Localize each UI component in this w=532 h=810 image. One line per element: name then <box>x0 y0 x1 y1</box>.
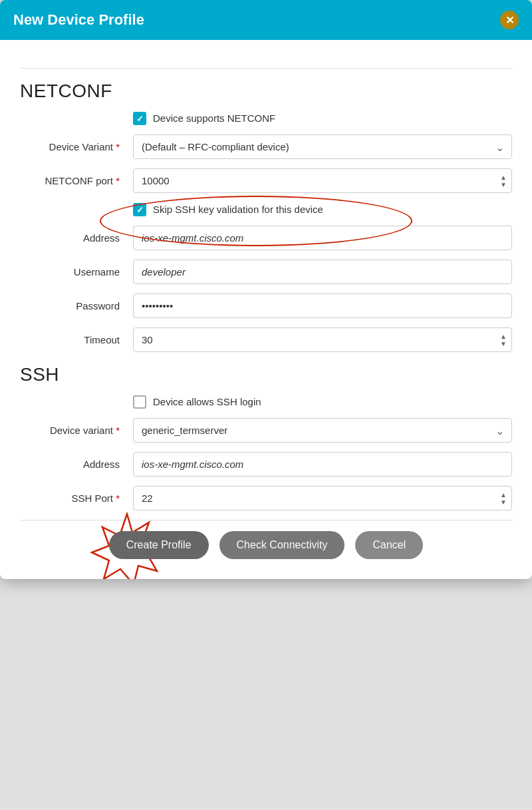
address-input[interactable] <box>133 226 512 250</box>
top-bar <box>20 40 512 69</box>
netconf-port-arrows: ▲ ▼ <box>500 174 507 188</box>
device-supports-netconf-checkbox[interactable]: ✓ <box>133 112 146 125</box>
check-connectivity-button[interactable]: Check Connectivity <box>219 531 345 559</box>
skip-ssh-text: Skip SSH key validation for this device <box>153 202 323 216</box>
skip-ssh-checkbox[interactable]: ✓ <box>133 203 146 216</box>
ssh-section-title: SSH <box>20 364 512 385</box>
netconf-section-title: NETCONF <box>20 81 512 102</box>
netconf-port-label: NETCONF port * <box>20 175 133 186</box>
timeout-row: Timeout ▲ ▼ <box>20 327 512 352</box>
ssh-device-variant-row: Device variant * generic_termserver ⌄ <box>20 418 512 443</box>
username-label: Username <box>20 266 133 278</box>
dialog-title: New Device Profile <box>13 11 144 29</box>
ssh-address-row: Address <box>20 452 512 477</box>
device-supports-netconf-label[interactable]: ✓ Device supports NETCONF <box>133 111 275 125</box>
cancel-button[interactable]: Cancel <box>355 531 423 559</box>
close-button[interactable]: ✕ <box>500 11 519 29</box>
device-allows-ssh-row: ✓ Device allows SSH login <box>20 395 512 409</box>
address-row: Address <box>20 226 512 250</box>
username-row: Username <box>20 260 512 284</box>
timeout-spinner-wrapper: ▲ ▼ <box>133 327 512 352</box>
device-allows-ssh-label[interactable]: ✓ Device allows SSH login <box>133 395 261 409</box>
ssh-port-label: SSH Port * <box>20 493 133 504</box>
netconf-port-spinner-wrapper: ▲ ▼ <box>133 168 512 193</box>
device-supports-netconf-text: Device supports NETCONF <box>153 111 275 125</box>
device-variant-row: Device Variant * (Default – RFC-complian… <box>20 134 512 159</box>
username-input[interactable] <box>133 260 512 284</box>
ssh-address-label: Address <box>20 459 133 470</box>
create-profile-starburst-wrap: Create Profile <box>109 531 209 559</box>
timeout-arrows: ▲ ▼ <box>500 333 507 347</box>
dialog-footer: Create Profile Check Connectivity Cancel <box>20 520 512 566</box>
timeout-label: Timeout <box>20 334 133 345</box>
device-allows-ssh-text: Device allows SSH login <box>153 395 261 409</box>
password-input[interactable] <box>133 294 512 318</box>
ssh-port-arrows: ▲ ▼ <box>500 491 507 505</box>
ssh-port-input[interactable] <box>133 486 512 510</box>
device-variant-label: Device Variant * <box>20 141 133 152</box>
ssh-address-input[interactable] <box>133 452 512 477</box>
ssh-port-spinner-down-icon[interactable]: ▼ <box>500 499 507 505</box>
netconf-port-row: NETCONF port * ▲ ▼ <box>20 168 512 193</box>
netconf-port-input[interactable] <box>133 168 512 193</box>
device-allows-ssh-checkbox[interactable]: ✓ <box>133 395 146 409</box>
create-profile-button[interactable]: Create Profile <box>109 531 209 559</box>
new-device-profile-dialog: New Device Profile ✕ NETCONF ✓ Device su… <box>0 0 532 579</box>
device-variant-select-wrapper: (Default – RFC-compliant device) ⌄ <box>133 134 512 159</box>
ssh-device-variant-select-wrapper: generic_termserver ⌄ <box>133 418 512 443</box>
ssh-device-variant-label: Device variant * <box>20 425 133 436</box>
ssh-port-spinner-up-icon[interactable]: ▲ <box>500 491 507 498</box>
dialog-body: NETCONF ✓ Device supports NETCONF Device… <box>0 40 532 579</box>
skip-ssh-label[interactable]: ✓ Skip SSH key validation for this devic… <box>133 202 323 216</box>
device-variant-select[interactable]: (Default – RFC-compliant device) <box>133 134 512 159</box>
ssh-port-spinner-wrapper: ▲ ▼ <box>133 486 512 510</box>
timeout-spinner-down-icon[interactable]: ▼ <box>500 340 507 347</box>
ssh-device-variant-select[interactable]: generic_termserver <box>133 418 512 443</box>
password-row: Password <box>20 294 512 318</box>
timeout-input[interactable] <box>133 327 512 352</box>
device-supports-netconf-row: ✓ Device supports NETCONF <box>20 111 512 125</box>
spinner-down-icon[interactable]: ▼ <box>500 181 507 188</box>
ssh-port-row: SSH Port * ▲ ▼ <box>20 486 512 510</box>
spinner-up-icon[interactable]: ▲ <box>500 174 507 180</box>
password-label: Password <box>20 300 133 311</box>
timeout-spinner-up-icon[interactable]: ▲ <box>500 333 507 339</box>
dialog-header: New Device Profile ✕ <box>0 0 532 40</box>
address-label: Address <box>20 232 133 244</box>
skip-ssh-annotation-row: ✓ Skip SSH key validation for this devic… <box>20 202 512 216</box>
